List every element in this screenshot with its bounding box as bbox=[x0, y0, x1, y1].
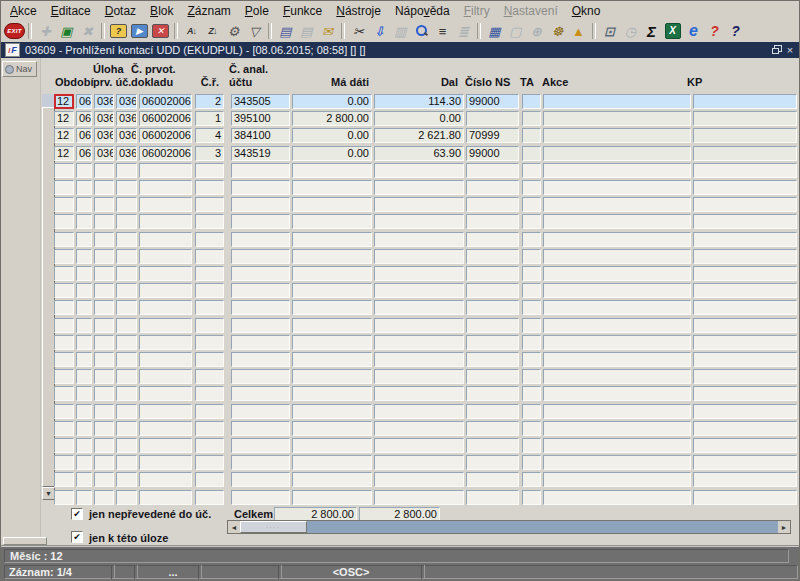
grid-cell[interactable] bbox=[139, 404, 192, 419]
exit-button[interactable]: EXIT bbox=[4, 21, 25, 41]
grid-cell[interactable] bbox=[693, 438, 797, 453]
grid-cell[interactable] bbox=[94, 197, 114, 212]
grid-cell[interactable] bbox=[543, 94, 691, 109]
grid-cell[interactable] bbox=[195, 386, 224, 401]
grid-cell[interactable] bbox=[231, 490, 290, 505]
grid-cell[interactable] bbox=[54, 421, 74, 436]
grid-cell[interactable] bbox=[543, 404, 691, 419]
tools-button[interactable]: ⚙ bbox=[223, 21, 244, 41]
grid-cell[interactable] bbox=[54, 472, 74, 487]
cancel-query-button[interactable]: ✕ bbox=[150, 21, 171, 41]
grid-cell[interactable] bbox=[543, 232, 691, 247]
grid-cell[interactable] bbox=[54, 386, 74, 401]
grid-cell[interactable] bbox=[543, 472, 691, 487]
calculator-button[interactable]: ▦ bbox=[484, 21, 505, 41]
grid-cell[interactable] bbox=[522, 300, 541, 315]
grid-cell[interactable] bbox=[231, 421, 290, 436]
grid-cell[interactable] bbox=[139, 232, 192, 247]
grid-cell[interactable] bbox=[54, 335, 74, 350]
grid-cell[interactable] bbox=[374, 163, 464, 178]
grid-cell[interactable] bbox=[54, 197, 74, 212]
grid-cell[interactable] bbox=[522, 232, 541, 247]
user-help-button[interactable]: ? bbox=[704, 21, 725, 41]
grid-cell[interactable] bbox=[543, 421, 691, 436]
grid-cell[interactable] bbox=[76, 421, 92, 436]
grid-cell[interactable] bbox=[522, 455, 541, 470]
grid-cell[interactable] bbox=[522, 352, 541, 367]
grid-cell[interactable] bbox=[76, 197, 92, 212]
grid-cell[interactable] bbox=[94, 249, 114, 264]
grid-cell[interactable] bbox=[543, 283, 691, 298]
grid-cell[interactable] bbox=[231, 352, 290, 367]
grid-cell[interactable] bbox=[292, 369, 372, 384]
grid-cell[interactable] bbox=[231, 180, 290, 195]
grid-cell[interactable] bbox=[94, 163, 114, 178]
grid-cell[interactable] bbox=[76, 163, 92, 178]
grid-cell[interactable] bbox=[231, 386, 290, 401]
grid-cell[interactable] bbox=[94, 232, 114, 247]
grid-cell[interactable] bbox=[292, 472, 372, 487]
grid-cell[interactable] bbox=[231, 335, 290, 350]
grid-cell[interactable] bbox=[139, 249, 192, 264]
grid-cell[interactable] bbox=[94, 472, 114, 487]
grid-cell[interactable] bbox=[116, 163, 137, 178]
grid-cell[interactable] bbox=[693, 283, 797, 298]
grid-cell[interactable] bbox=[522, 472, 541, 487]
execute-query-button[interactable]: ▶ bbox=[129, 21, 150, 41]
grid-cell[interactable] bbox=[116, 249, 137, 264]
grid-cell[interactable] bbox=[522, 283, 541, 298]
grid-cell[interactable] bbox=[195, 249, 224, 264]
grid-cell[interactable]: 99000 bbox=[466, 94, 519, 109]
grid-cell[interactable] bbox=[76, 490, 92, 505]
grid-cell[interactable] bbox=[231, 249, 290, 264]
grid-cell[interactable] bbox=[94, 490, 114, 505]
grid-cell[interactable] bbox=[466, 455, 519, 470]
grid-cell[interactable] bbox=[543, 300, 691, 315]
grid-cell[interactable] bbox=[195, 318, 224, 333]
grid-cell[interactable] bbox=[195, 197, 224, 212]
menu-item-filtry[interactable]: Filtry bbox=[457, 2, 497, 20]
grid-cell[interactable] bbox=[231, 300, 290, 315]
grid-cell[interactable] bbox=[693, 94, 797, 109]
browser-button[interactable]: e bbox=[683, 21, 704, 41]
grid-cell[interactable] bbox=[54, 438, 74, 453]
sum-button[interactable]: Σ bbox=[641, 21, 662, 41]
grid-cell[interactable] bbox=[292, 163, 372, 178]
grid-cell[interactable] bbox=[195, 283, 224, 298]
grid-cell[interactable] bbox=[195, 232, 224, 247]
grid-cell[interactable] bbox=[693, 197, 797, 212]
grid-cell[interactable] bbox=[693, 490, 797, 505]
grid-cell[interactable] bbox=[116, 421, 137, 436]
grid-cell[interactable] bbox=[116, 404, 137, 419]
grid-cell[interactable] bbox=[543, 128, 691, 143]
enter-query-button[interactable]: ? bbox=[108, 21, 129, 41]
grid-cell[interactable] bbox=[195, 369, 224, 384]
grid-cell[interactable]: 0600200634 bbox=[139, 146, 192, 161]
grid-cell[interactable]: 63.90 bbox=[374, 146, 464, 161]
grid-cell[interactable] bbox=[139, 283, 192, 298]
grid-cell[interactable] bbox=[231, 455, 290, 470]
horizontal-scrollbar-thumb[interactable]: ∙∙∙∙ bbox=[240, 521, 307, 533]
grid-cell[interactable] bbox=[543, 369, 691, 384]
close-window-button[interactable]: × bbox=[783, 44, 797, 56]
restore-window-button[interactable] bbox=[769, 44, 783, 56]
grid-cell[interactable] bbox=[76, 249, 92, 264]
grid-cell[interactable]: 036 bbox=[116, 94, 137, 109]
grid-cell[interactable]: 1 bbox=[195, 111, 224, 126]
grid-cell[interactable]: 036 bbox=[94, 94, 114, 109]
grid-cell[interactable] bbox=[466, 386, 519, 401]
menu-item-nastaveni[interactable]: Nastavení bbox=[497, 2, 565, 20]
grid-cell[interactable] bbox=[231, 266, 290, 281]
grid-cell[interactable]: 395100 bbox=[231, 111, 290, 126]
grid-cell[interactable] bbox=[693, 180, 797, 195]
grid-cell[interactable] bbox=[374, 249, 464, 264]
grid-cell[interactable] bbox=[543, 111, 691, 126]
grid-cell[interactable] bbox=[76, 472, 92, 487]
grid-cell[interactable]: 2 621.80 bbox=[374, 128, 464, 143]
grid-cell[interactable] bbox=[522, 438, 541, 453]
grid-cell[interactable] bbox=[466, 300, 519, 315]
grid-cell[interactable] bbox=[693, 266, 797, 281]
grid-cell[interactable]: 343505 bbox=[231, 94, 290, 109]
grid-cell[interactable] bbox=[116, 197, 137, 212]
grid-cell[interactable] bbox=[54, 249, 74, 264]
